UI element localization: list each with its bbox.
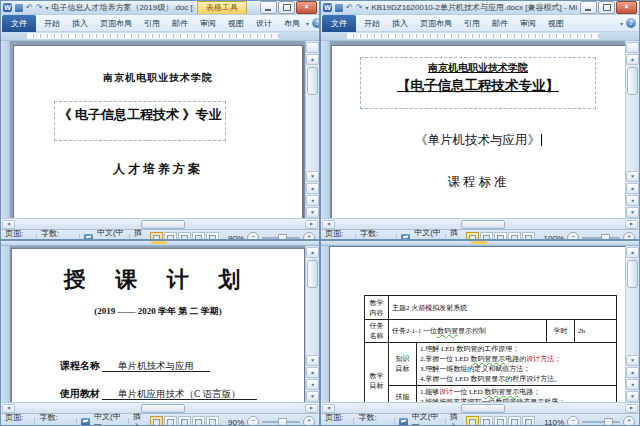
- browse-object-icon[interactable]: ●: [306, 379, 319, 390]
- scrollbar-thumb[interactable]: [141, 220, 185, 229]
- tab-file[interactable]: 文件: [2, 15, 36, 32]
- fullscreen-view-button[interactable]: [164, 416, 177, 426]
- word-count[interactable]: 字数: 2,543: [39, 412, 72, 426]
- fullscreen-view-button[interactable]: [164, 232, 177, 241]
- fullscreen-view-button[interactable]: [480, 232, 493, 241]
- zoom-level[interactable]: 90%: [228, 418, 244, 426]
- tab-view[interactable]: 视图: [542, 15, 570, 32]
- browse-next-icon[interactable]: ▼: [626, 207, 639, 218]
- help-icon[interactable]: ?: [626, 18, 636, 28]
- outline-view-button[interactable]: [508, 232, 521, 241]
- scroll-left-icon[interactable]: ◀: [322, 220, 335, 229]
- word-count[interactable]: 字数: 24,306: [41, 228, 75, 240]
- zoom-in-button[interactable]: +: [623, 416, 635, 426]
- document-page[interactable]: 南京机电职业技术学院 【电子信息工程技术专业】 《单片机技术与应用》 课程标准: [331, 45, 626, 218]
- zoom-out-button[interactable]: −: [567, 232, 579, 240]
- scrollbar-thumb[interactable]: [461, 404, 505, 413]
- zoom-out-button[interactable]: −: [567, 416, 579, 426]
- vertical-scrollbar[interactable]: ▲ ▼ ▲ ● ▼: [625, 246, 639, 402]
- table-tools-context-header[interactable]: 表格工具: [197, 1, 247, 14]
- scroll-up-icon[interactable]: ▲: [306, 54, 319, 65]
- zoom-in-button[interactable]: +: [303, 232, 315, 240]
- browse-next-icon[interactable]: ▼: [306, 391, 319, 402]
- tab-mailings[interactable]: 邮件: [166, 15, 194, 32]
- undo-button[interactable]: ↶: [26, 3, 33, 12]
- browse-object-icon[interactable]: ●: [626, 195, 639, 206]
- redo-button[interactable]: ↷: [36, 3, 43, 12]
- scrollbar-thumb[interactable]: [627, 260, 638, 288]
- maximize-button[interactable]: [278, 1, 295, 14]
- scroll-right-icon[interactable]: ▶: [305, 220, 318, 229]
- tab-page-layout[interactable]: 页面布局: [414, 15, 458, 32]
- zoom-slider-handle[interactable]: [604, 418, 613, 426]
- horizontal-scrollbar[interactable]: ◀ ▶: [1, 218, 319, 229]
- browse-previous-icon[interactable]: ▲: [306, 183, 319, 194]
- browse-next-icon[interactable]: ▼: [306, 207, 319, 218]
- page-count[interactable]: 页面: 1/27: [325, 228, 351, 240]
- print-layout-view-button[interactable]: [150, 416, 163, 426]
- help-icon[interactable]: ?: [312, 18, 320, 28]
- document-page[interactable]: 授 课 计 划 (2019 —— 2020 学年 第 二 学期) 课程名称单片机…: [11, 248, 305, 402]
- scroll-left-icon[interactable]: ◀: [2, 220, 15, 229]
- scroll-down-icon[interactable]: ▼: [306, 355, 319, 366]
- ribbon-collapse-icon[interactable]: ▾: [306, 20, 309, 27]
- title-bar[interactable]: W ↶ ↷ ▾ 电子信息人才培养方案（2019级）.doc [兼容模式] - M…: [1, 1, 319, 15]
- scrollbar-thumb[interactable]: [627, 67, 638, 95]
- zoom-slider-track[interactable]: [262, 237, 300, 239]
- horizontal-scrollbar[interactable]: ◀ ▶: [1, 402, 319, 413]
- maximize-button[interactable]: [598, 1, 615, 14]
- vertical-scrollbar[interactable]: ▲ ▼ ▲ ● ▼: [625, 41, 639, 218]
- draft-view-button[interactable]: [522, 416, 535, 426]
- zoom-slider-track[interactable]: [262, 421, 300, 423]
- scroll-right-icon[interactable]: ▶: [305, 404, 318, 413]
- scroll-down-icon[interactable]: ▼: [306, 171, 319, 182]
- zoom-level[interactable]: 110%: [544, 418, 564, 426]
- outline-view-button[interactable]: [508, 416, 521, 426]
- page-count[interactable]: 页面: 1/39: [5, 228, 32, 240]
- quick-access-dropdown-icon[interactable]: ▾: [365, 4, 368, 11]
- browse-object-icon[interactable]: ●: [306, 195, 319, 206]
- draft-view-button[interactable]: [206, 232, 219, 241]
- insert-mode[interactable]: 插入: [133, 411, 146, 426]
- vertical-scrollbar[interactable]: ▲ ▼ ▲ ● ▼: [305, 41, 319, 218]
- tab-insert[interactable]: 插入: [66, 15, 94, 32]
- page-count[interactable]: 页面: 2/6: [325, 412, 349, 426]
- scroll-down-icon[interactable]: ▼: [626, 171, 639, 182]
- zoom-out-button[interactable]: −: [247, 416, 259, 426]
- zoom-slider-track[interactable]: [582, 237, 620, 239]
- tab-table-layout[interactable]: 布局: [278, 15, 306, 32]
- scrollbar-thumb[interactable]: [461, 220, 505, 229]
- tab-view[interactable]: 视图: [222, 15, 250, 32]
- tab-home[interactable]: 开始: [358, 15, 386, 32]
- web-layout-view-button[interactable]: [178, 232, 191, 241]
- tab-file[interactable]: 文件: [322, 15, 356, 32]
- zoom-in-button[interactable]: +: [623, 232, 635, 240]
- print-layout-view-button[interactable]: [466, 232, 479, 241]
- tab-references[interactable]: 引用: [458, 15, 486, 32]
- language-indicator[interactable]: 中文(中国): [94, 411, 124, 426]
- scrollbar-thumb[interactable]: [141, 404, 185, 413]
- close-button[interactable]: ×: [616, 1, 637, 14]
- title-bar[interactable]: W ↶ ↷ ▾ KB19DZ1620010-2单片机技术与应用.docx [兼容…: [321, 1, 639, 15]
- horizontal-scrollbar[interactable]: ◀ ▶: [321, 402, 639, 413]
- scroll-right-icon[interactable]: ▶: [625, 220, 638, 229]
- insert-mode[interactable]: 插入: [450, 411, 462, 426]
- scrollbar-thumb[interactable]: [307, 260, 318, 288]
- tab-references[interactable]: 引用: [138, 15, 166, 32]
- tab-review[interactable]: 审阅: [514, 15, 542, 32]
- spellcheck-icon[interactable]: [399, 418, 408, 426]
- minimize-button[interactable]: [260, 1, 277, 14]
- ruler-toggle-button[interactable]: [306, 42, 319, 53]
- tab-review[interactable]: 审阅: [194, 15, 222, 32]
- document-page[interactable]: 教学 内容 主题2 火箭模拟发射系统 任务 名称 任务2-1-1 一位数码管显示…: [329, 246, 628, 402]
- page-count[interactable]: 页面: 1/6: [5, 412, 30, 426]
- browse-next-icon[interactable]: ▼: [626, 391, 639, 402]
- print-layout-view-button[interactable]: [150, 232, 163, 241]
- word-app-icon[interactable]: W: [3, 3, 12, 12]
- tab-table-design[interactable]: 设计: [250, 15, 278, 32]
- fullscreen-view-button[interactable]: [480, 416, 493, 426]
- web-layout-view-button[interactable]: [494, 416, 507, 426]
- save-button[interactable]: [15, 4, 23, 12]
- web-layout-view-button[interactable]: [178, 416, 191, 426]
- print-layout-view-button[interactable]: [466, 416, 479, 426]
